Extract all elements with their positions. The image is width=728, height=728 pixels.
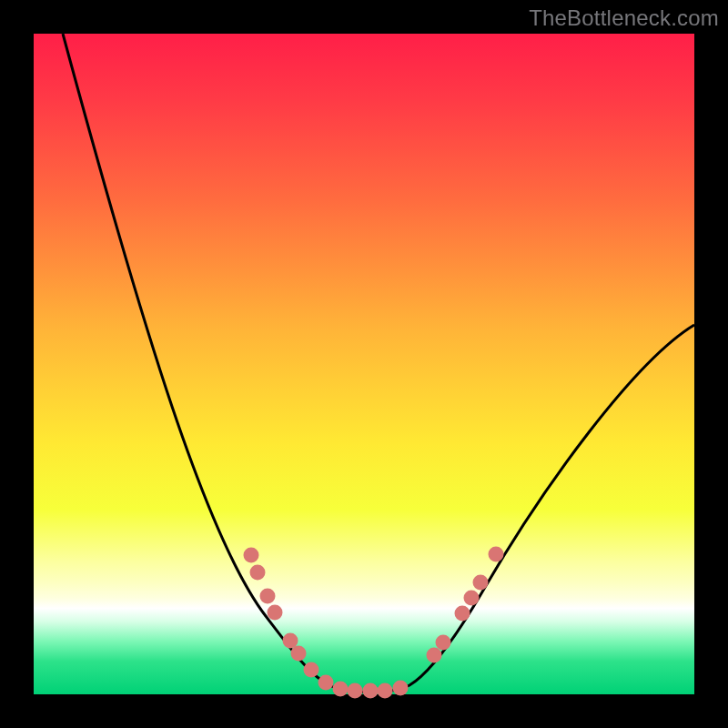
data-marker xyxy=(291,646,307,662)
chart-svg xyxy=(34,34,694,694)
chart-frame: TheBottleneck.com xyxy=(0,0,728,728)
data-marker xyxy=(427,648,442,663)
data-marker xyxy=(378,683,393,699)
data-marker xyxy=(304,662,319,678)
data-marker xyxy=(348,683,363,699)
data-marker xyxy=(393,681,409,696)
data-marker xyxy=(244,548,259,563)
curve-group xyxy=(63,34,694,693)
plot-area xyxy=(34,34,694,694)
data-marker xyxy=(268,605,283,621)
data-marker xyxy=(473,575,489,591)
data-marker xyxy=(464,591,480,606)
data-marker xyxy=(250,565,266,581)
data-marker xyxy=(436,635,451,651)
data-marker xyxy=(260,589,276,604)
data-marker xyxy=(333,682,349,697)
watermark-text: TheBottleneck.com xyxy=(529,5,719,31)
data-marker xyxy=(363,683,379,699)
data-marker xyxy=(455,606,470,622)
data-marker xyxy=(318,675,334,691)
bottleneck-curve xyxy=(63,34,694,693)
data-marker xyxy=(283,633,298,649)
data-marker xyxy=(489,547,504,562)
